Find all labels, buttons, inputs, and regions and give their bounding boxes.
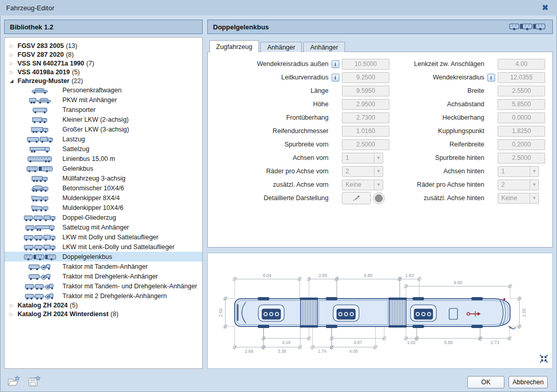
dimension-label: 5.85 (444, 340, 453, 345)
tree-item-transporter[interactable]: Transporter (5, 105, 202, 115)
dimension-label: 2.55 (218, 308, 223, 317)
spurbreite-hinten-input[interactable]: 2.5000 (498, 153, 545, 164)
tree-item-lastzug[interactable]: Lastzug (5, 134, 202, 144)
detail-color-button[interactable] (373, 192, 385, 204)
achsabstand-input[interactable]: 5.8500 (498, 99, 545, 110)
tree-item-katalog-zh-2024-winterdienst[interactable]: ▷Katalog ZH 2024 Winterdienst(8) (5, 309, 202, 318)
open-favorite-icon[interactable] (7, 375, 21, 389)
räder-pro-achse-hinten-select[interactable]: 2▼ (498, 179, 539, 190)
cancel-button[interactable]: Abbrechen (509, 376, 548, 388)
wendekreisradius-außen-input[interactable]: 10.5000 (342, 59, 389, 70)
tab-anhänger-1[interactable]: Anhänger (260, 42, 302, 52)
tab-anhänger-2[interactable]: Anhänger (303, 42, 345, 52)
fit-view-icon[interactable] (539, 354, 548, 365)
tree-item-vss-sn-640271a-1990[interactable]: ▷VSS SN 640271a 1990(7) (5, 59, 202, 68)
lenkzeit-zw-anschlägen-input[interactable]: 4.00 (498, 59, 545, 70)
collapsed-arrow-icon[interactable]: ▷ (10, 303, 18, 308)
tree-item-traktor-mit-drehgelenk-anhänger[interactable]: Traktor mit Drehgelenk-Anhänger (5, 271, 202, 281)
reifendurchmesser-input[interactable]: 1.0160 (342, 126, 389, 137)
tree-item-sattelzug-mit-anhänger[interactable]: Sattelzug mit Anhänger (5, 222, 202, 232)
tree-item-fahrzeug-muster[interactable]: ◢Fahrzeug-Muster(22) (5, 76, 202, 85)
zusätzl-achse-vorn-select[interactable]: Keine▼ (342, 179, 383, 190)
tree-item-sattelzug[interactable]: Sattelzug (5, 144, 202, 154)
achsen-hinten-select[interactable]: 1▼ (498, 166, 539, 177)
save-favorite-icon[interactable] (28, 375, 41, 389)
tree-item-count: (5) (72, 69, 79, 76)
ok-button[interactable]: OK (467, 376, 504, 388)
window-title: Fahrzeug-Editor (6, 4, 54, 12)
collapsed-arrow-icon[interactable]: ▷ (10, 61, 18, 66)
kupplungspunkt-input[interactable]: 1.8250 (498, 126, 545, 137)
tree-item-betonmischer-10x4-6[interactable]: Betonmischer 10X4/6 (5, 183, 202, 193)
chevron-down-icon[interactable]: ▼ (530, 167, 538, 176)
concrete-mixer-icon (22, 184, 58, 192)
leitkurvenradius-input[interactable]: 9.2500 (342, 72, 389, 83)
tree-item-müllfahrzeug-3-achsig[interactable]: Müllfahrzeug 3-achsig (5, 173, 202, 183)
chevron-down-icon[interactable]: ▼ (374, 153, 383, 163)
tree-item-muldenkipper-10x4-6[interactable]: Muldenkipper 10X4/6 (5, 203, 202, 213)
tree-item-traktor-mit-tandem-und-drehgelenk-anhänger[interactable]: Traktor mit Tandem- und Drehgelenk-Anhän… (5, 281, 202, 291)
spurbreite-vorn-input[interactable]: 2.5000 (342, 139, 389, 150)
field-row-länge: Länge9.5950 (213, 84, 389, 97)
tree-item-vss-40198a-2019[interactable]: ▷VSS 40198a 2019(5) (5, 68, 202, 76)
tree-item-linienbus-15-00-m[interactable]: Linienbus 15,00 m (5, 154, 202, 164)
tree-item-lkw-mit-dolly-und-sattelauflieger[interactable]: LKW mit Dolly und Sattelauflieger (5, 232, 202, 242)
field-row-hecküberhang: Hecküberhang0.0000 (397, 111, 545, 124)
tree-item-gelenkbus[interactable]: Gelenkbus (5, 164, 202, 173)
field-label: Achsen hinten (397, 168, 484, 175)
chevron-down-icon[interactable]: ▼ (374, 167, 383, 176)
info-icon[interactable]: i (332, 60, 339, 68)
breite-input[interactable]: 2.5500 (498, 86, 545, 96)
tree-item-doppelgelenkbus[interactable]: Doppelgelenkbus (5, 252, 202, 262)
expanded-arrow-icon[interactable]: ◢ (10, 78, 18, 84)
tree-item-personenkraftwagen[interactable]: Personenkraftwagen (5, 85, 202, 95)
dimension-label: 1.74 (318, 349, 326, 354)
tree-item-fgsv-283-2005[interactable]: ▷FGSV 283 2005(13) (5, 41, 202, 50)
tree-item-count: (13) (66, 42, 77, 50)
höhe-input[interactable]: 2.9500 (342, 99, 389, 110)
tree-item-muldenkipper-8x4-4[interactable]: Muldenkipper 8X4/4 (5, 193, 202, 203)
tree-item-label: Kleiner LKW (2-achsig) (62, 116, 129, 123)
field-label: Achsabstand (397, 101, 484, 108)
tree-item-doppel-gliederzug[interactable]: Doppel-Gliederzug (5, 213, 202, 222)
länge-input[interactable]: 9.5950 (342, 86, 389, 96)
dimension-label: 2.73 (490, 340, 499, 345)
räder-pro-achse-vorn-select[interactable]: 2▼ (342, 166, 383, 177)
tree-item-traktor-mit-tandem-anhänger[interactable]: Traktor mit Tandem-Anhänger (5, 262, 202, 271)
van-icon (22, 106, 58, 114)
achsen-vorn-select[interactable]: 1▼ (342, 153, 383, 164)
tree-item-count: (22) (72, 77, 83, 85)
hecküberhang-input[interactable]: 0.0000 (498, 112, 545, 123)
info-icon[interactable]: i (487, 74, 495, 81)
chevron-down-icon[interactable]: ▼ (530, 193, 538, 203)
car-icon (22, 86, 58, 94)
dimension-label: 2.55 (319, 273, 327, 278)
collapsed-arrow-icon[interactable]: ▷ (10, 312, 18, 317)
collapsed-arrow-icon[interactable]: ▷ (10, 43, 18, 48)
tree-item-großer-lkw-3-achsig[interactable]: Großer LKW (3-achsig) (5, 124, 202, 134)
field-row-achsen-hinten: Achsen hinten1▼ (397, 165, 545, 178)
tree-item-kleiner-lkw-2-achsig[interactable]: Kleiner LKW (2-achsig) (5, 115, 202, 124)
frontüberhang-input[interactable]: 2.7300 (342, 112, 389, 123)
tree-item-lkw-mit-lenk-dolly-und-sattelauflieger[interactable]: LKW mit Lenk-Dolly und Sattelauflieger (5, 242, 202, 252)
tree-item-pkw-mit-anhänger[interactable]: PKW mit Anhänger (5, 95, 202, 105)
chevron-down-icon[interactable]: ▼ (374, 180, 383, 190)
reifenbreite-input[interactable]: 0.2000 (498, 139, 545, 150)
zusätzl-achse-hinten-select[interactable]: Keine▼ (498, 193, 539, 204)
collapsed-arrow-icon[interactable]: ▷ (10, 52, 18, 57)
field-info-slot: i (486, 74, 496, 81)
collapsed-arrow-icon[interactable]: ▷ (10, 70, 18, 75)
wendekreisradius-input[interactable]: 12.0355 (498, 72, 545, 83)
tree-item-label: FGSV 287 2020 (18, 51, 64, 58)
tree-item-label: LKW mit Dolly und Sattelauflieger (62, 234, 158, 241)
tab-zugfahrzeug-0[interactable]: Zugfahrzeug (209, 40, 259, 52)
tree-item-fgsv-287-2020[interactable]: ▷FGSV 287 2020(8) (5, 50, 202, 59)
detail-pen-button[interactable] (342, 192, 371, 204)
articulated-bus-icon (22, 165, 58, 173)
tree-item-traktor-mit-2-drehgelenk-anhängern[interactable]: Traktor mit 2 Drehgelenk-Anhängern (5, 291, 202, 301)
chevron-down-icon[interactable]: ▼ (530, 180, 538, 190)
field-label: Wendekreisradius außen (213, 60, 329, 68)
tree-item-katalog-zh-2024[interactable]: ▷Katalog ZH 2024(5) (5, 301, 202, 309)
close-icon[interactable]: ✖ (539, 3, 551, 13)
info-icon[interactable]: i (332, 74, 339, 81)
